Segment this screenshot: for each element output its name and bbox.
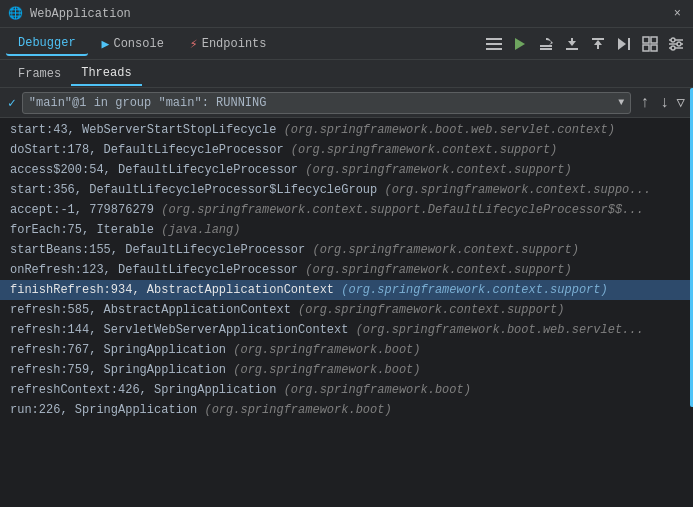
chevron-down-icon: ▼: [618, 97, 624, 108]
svg-rect-10: [597, 45, 599, 49]
svg-rect-16: [643, 45, 649, 51]
stack-frame-12[interactable]: refresh:759, SpringApplication (org.spri…: [0, 360, 693, 380]
stack-frame-1[interactable]: doStart:178, DefaultLifecycleProcessor (…: [0, 140, 693, 160]
svg-rect-5: [540, 48, 552, 50]
toolbar-resume-btn[interactable]: [509, 33, 531, 55]
thread-nav-up-btn[interactable]: ↑: [637, 92, 653, 114]
toolbar-step-out-btn[interactable]: [587, 33, 609, 55]
thread-checkmark: ✓: [8, 95, 16, 111]
stack-frame-10[interactable]: refresh:144, ServletWebServerApplication…: [0, 320, 693, 340]
svg-rect-15: [651, 37, 657, 43]
stack-frame-6[interactable]: startBeans:155, DefaultLifecycleProcesso…: [0, 240, 693, 260]
thread-selector-row: ✓ "main"@1 in group "main": RUNNING ▼ ↑ …: [0, 88, 693, 118]
stack-frame-11[interactable]: refresh:767, SpringApplication (org.spri…: [0, 340, 693, 360]
svg-marker-12: [618, 38, 626, 50]
stack-frame-3[interactable]: start:356, DefaultLifecycleProcessor$Lif…: [0, 180, 693, 200]
stack-frame-5[interactable]: forEach:75, Iterable (java.lang): [0, 220, 693, 240]
svg-marker-9: [594, 40, 602, 45]
toolbar-step-over-btn[interactable]: [535, 33, 557, 55]
title-bar: 🌐 WebApplication ×: [0, 0, 693, 28]
tab-frames[interactable]: Frames: [8, 63, 71, 85]
svg-rect-13: [628, 38, 630, 50]
svg-point-23: [671, 46, 675, 50]
tab-threads[interactable]: Threads: [71, 62, 141, 86]
toolbar-evaluate-btn[interactable]: [639, 33, 661, 55]
sub-tabs: Frames Threads: [0, 60, 693, 88]
stack-frame-9[interactable]: refresh:585, AbstractApplicationContext …: [0, 300, 693, 320]
thread-dropdown[interactable]: "main"@1 in group "main": RUNNING ▼: [22, 92, 632, 114]
stack-frame-0[interactable]: start:43, WebServerStartStopLifecycle (o…: [0, 120, 693, 140]
stack-frame-4[interactable]: accept:-1, 779876279 (org.springframewor…: [0, 200, 693, 220]
svg-rect-7: [571, 38, 573, 42]
svg-rect-4: [540, 45, 552, 47]
svg-marker-3: [515, 38, 525, 50]
stack-frame-7[interactable]: onRefresh:123, DefaultLifecycleProcessor…: [0, 260, 693, 280]
toolbar-settings-btn[interactable]: [665, 33, 687, 55]
stack-frame-13[interactable]: refreshContext:426, SpringApplication (o…: [0, 380, 693, 400]
close-button[interactable]: ×: [670, 5, 685, 23]
title-bar-icon: 🌐: [8, 6, 24, 22]
thread-nav-down-btn[interactable]: ↓: [657, 92, 673, 114]
svg-rect-1: [486, 43, 502, 45]
stack-frame-14[interactable]: run:226, SpringApplication (org.springfr…: [0, 400, 693, 420]
tab-endpoints[interactable]: ⚡ Endpoints: [178, 32, 279, 56]
toolbar-step-into-btn[interactable]: [561, 33, 583, 55]
svg-rect-17: [651, 45, 657, 51]
svg-point-21: [671, 38, 675, 42]
svg-point-22: [677, 42, 681, 46]
stack-frame-2[interactable]: access$200:54, DefaultLifecycleProcessor…: [0, 160, 693, 180]
svg-rect-14: [643, 37, 649, 43]
svg-rect-0: [486, 38, 502, 40]
stack-frame-8[interactable]: finishRefresh:934, AbstractApplicationCo…: [0, 280, 693, 300]
console-icon: ▶: [102, 36, 110, 52]
svg-rect-2: [486, 48, 502, 50]
toolbar-menu-btn[interactable]: [483, 33, 505, 55]
endpoints-icon: ⚡: [190, 36, 198, 52]
toolbar: Debugger ▶ Console ⚡ Endpoints: [0, 28, 693, 60]
toolbar-run-to-cursor-btn[interactable]: [613, 33, 635, 55]
tab-debugger[interactable]: Debugger: [6, 32, 88, 56]
stack-area[interactable]: start:43, WebServerStartStopLifecycle (o…: [0, 118, 693, 507]
thread-filter-btn[interactable]: ▽: [677, 94, 685, 111]
thread-dropdown-text: "main"@1 in group "main": RUNNING: [29, 96, 619, 110]
tab-console[interactable]: ▶ Console: [90, 32, 176, 56]
svg-rect-11: [592, 38, 604, 40]
svg-rect-8: [566, 48, 578, 50]
title-bar-text: WebApplication: [30, 7, 670, 21]
